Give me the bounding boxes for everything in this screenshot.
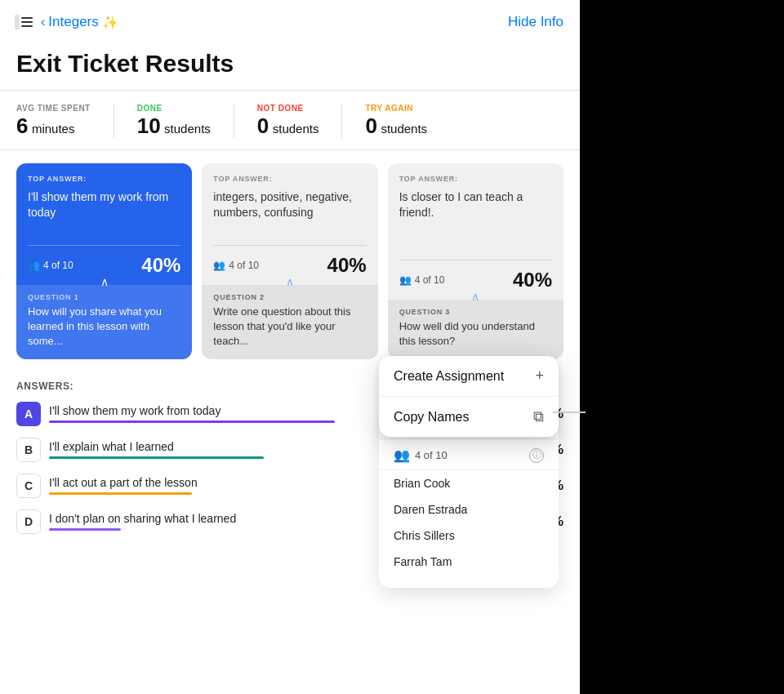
card2-count: 👥 4 of 10 (213, 260, 259, 271)
students-count: 4 of 10 (415, 449, 524, 461)
svg-rect-1 (21, 17, 33, 19)
card2-top-label: TOP ANSWER: (213, 175, 366, 183)
back-chevron-icon: ‹ (41, 15, 45, 29)
card2-answer: integers, positive, negative, numbers, c… (213, 189, 366, 237)
stat-avg-time: AVG TIME SPENT 6 minutes (16, 104, 114, 138)
student-name-1: Brian Cook (379, 470, 559, 496)
stats-row: AVG TIME SPENT 6 minutes DONE 10 student… (0, 91, 580, 150)
people-icon: 👥 (28, 260, 40, 271)
stat-not-done: NOT DONE 0 students (257, 104, 343, 138)
student-name-2: Daren Estrada (379, 496, 559, 523)
answer-bar-b (49, 456, 264, 459)
stat-try-again-value: 0 students (365, 114, 427, 138)
main-panel: ‹ Integers ✨ Hide Info Exit Ticket Resul… (0, 0, 580, 694)
card3-count: 👥 4 of 10 (399, 274, 445, 286)
students-panel: STUDENTS: 👥 4 of 10 ⓘ Brian Cook Daren E… (379, 415, 559, 588)
stat-not-done-value: 0 students (257, 114, 319, 138)
stat-done-value: 10 students (137, 114, 211, 138)
card3-q-text: How well did you understand this lesson? (399, 319, 552, 349)
card3-top: TOP ANSWER: Is closer to I can teach a f… (388, 163, 564, 260)
copy-names-label: Copy Names (394, 410, 469, 425)
card3-q-label: QUESTION 3 (399, 308, 552, 316)
card2-percent: 40% (327, 254, 367, 277)
card1-bottom[interactable]: ∧ QUESTION 1 How will you share what you… (16, 285, 192, 359)
people-icon-students: 👥 (394, 447, 410, 463)
card1-top-label: TOP ANSWER: (28, 175, 180, 183)
card2-bottom[interactable]: ∧ QUESTION 2 Write one question about th… (202, 285, 377, 359)
question-card-2[interactable]: TOP ANSWER: integers, positive, negative… (202, 163, 377, 359)
card1-q-text: How will you share what you learned in t… (28, 305, 180, 349)
student-name-3: Chris Sillers (379, 523, 559, 549)
create-assignment-item[interactable]: Create Assignment + (379, 356, 559, 397)
card1-percent: 40% (141, 254, 180, 277)
people-icon3: 👥 (399, 274, 412, 286)
card3-answer: Is closer to I can teach a friend!. (399, 189, 552, 252)
header-left: ‹ Integers ✨ (13, 11, 118, 33)
card3-top-label: TOP ANSWER: (399, 175, 552, 183)
answer-letter-d: D (16, 509, 41, 534)
card1-q-label: QUESTION 1 (28, 293, 180, 301)
dropdown-popup: Create Assignment + Copy Names ⧉ (379, 356, 559, 437)
cards-row: TOP ANSWER: I'll show them my work from … (0, 150, 580, 369)
nav-title: Integers (48, 14, 98, 30)
answer-bar-c (49, 492, 192, 495)
stat-not-done-label: NOT DONE (257, 104, 319, 113)
copy-names-item[interactable]: Copy Names ⧉ (379, 397, 559, 437)
copy-names-icon: ⧉ (533, 408, 544, 425)
create-assignment-icon: + (535, 367, 544, 385)
answer-letter-a: A (16, 402, 41, 426)
connector-line (553, 412, 586, 413)
answer-letter-b: B (16, 438, 41, 462)
students-count-row: 👥 4 of 10 ⓘ (379, 439, 559, 470)
chevron-up-icon: ∧ (100, 275, 109, 288)
card2-top: TOP ANSWER: integers, positive, negative… (202, 163, 377, 245)
chevron-up-icon3: ∧ (471, 290, 479, 303)
stat-done: DONE 10 students (137, 104, 234, 138)
answer-bar-d (49, 528, 121, 531)
hide-info-button[interactable]: Hide Info (508, 14, 564, 30)
card1-top: TOP ANSWER: I'll show them my work from … (16, 163, 192, 245)
page-title: Exit Ticket Results (16, 49, 564, 78)
card3-bottom[interactable]: ∧ QUESTION 3 How well did you understand… (388, 300, 564, 358)
answer-bar-a (49, 420, 335, 423)
info-icon[interactable]: ⓘ (529, 448, 544, 463)
sparkle-icon: ✨ (102, 15, 118, 30)
chevron-up-icon2: ∧ (286, 275, 294, 288)
svg-rect-3 (21, 25, 33, 27)
sidebar-toggle-icon[interactable] (13, 11, 34, 33)
card2-q-text: Write one question about this lesson tha… (213, 305, 366, 349)
stat-avg-time-label: AVG TIME SPENT (16, 104, 91, 113)
card2-q-label: QUESTION 2 (213, 293, 366, 301)
stat-avg-time-value: 6 minutes (16, 114, 91, 138)
card1-count: 👥 4 of 10 (28, 260, 74, 271)
answer-letter-c: C (16, 474, 41, 498)
student-name-4: Farrah Tam (379, 549, 559, 575)
card1-answer: I'll show them my work from today (28, 189, 180, 237)
question-card-1[interactable]: TOP ANSWER: I'll show them my work from … (16, 163, 192, 359)
stat-try-again: TRY AGAIN 0 students (365, 104, 450, 138)
back-nav[interactable]: ‹ Integers ✨ (41, 14, 118, 30)
svg-rect-0 (15, 15, 20, 29)
question-card-3[interactable]: TOP ANSWER: Is closer to I can teach a f… (388, 163, 564, 359)
stat-done-label: DONE (137, 104, 211, 113)
card3-percent: 40% (513, 269, 552, 291)
create-assignment-label: Create Assignment (394, 369, 504, 384)
page-title-section: Exit Ticket Results (0, 41, 580, 91)
header: ‹ Integers ✨ Hide Info (0, 0, 580, 41)
stat-try-again-label: TRY AGAIN (365, 104, 427, 113)
people-icon2: 👥 (213, 260, 225, 271)
svg-rect-2 (21, 21, 33, 23)
